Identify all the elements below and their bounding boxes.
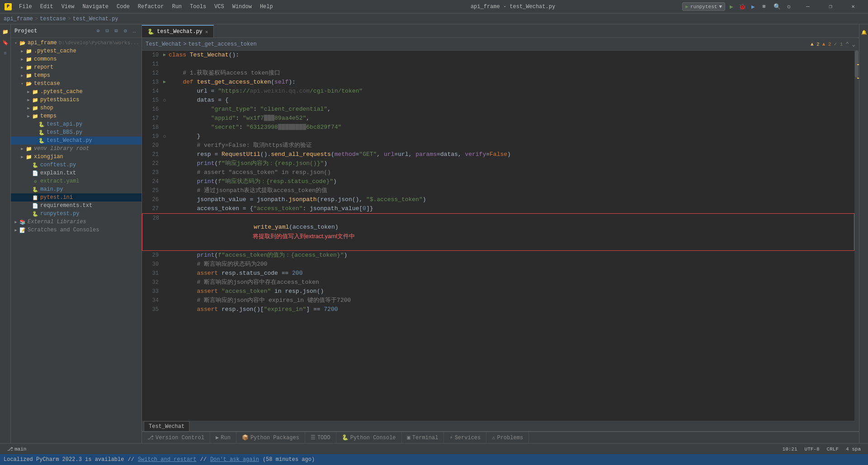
pkg-icon: 📦 [242, 434, 249, 441]
status-encoding[interactable]: UTF-8 [801, 444, 823, 455]
debug-button[interactable]: 🐞 [738, 2, 747, 11]
sidebar-item-pytest-cache[interactable]: ▶ 📁 .pytest_cache [11, 47, 142, 55]
editor-scrollbar[interactable] [854, 51, 859, 421]
breadcrumb-part2[interactable]: testcase [40, 16, 66, 22]
console-icon: 🐍 [342, 434, 349, 441]
sidebar-more-btn[interactable]: … [131, 28, 138, 35]
bottom-tab-run[interactable]: ▶ Run [210, 432, 236, 444]
activity-bar: 📁 🔖 ≡ [0, 24, 11, 443]
terminal-icon: ▣ [407, 434, 410, 441]
sidebar-gear-icon[interactable]: ⚙ [122, 28, 129, 35]
bottom-tab-python-packages[interactable]: 📦 Python Packages [236, 432, 305, 444]
sidebar-item-runpytest[interactable]: ▶ 🐍 runpytest.py [11, 210, 142, 218]
collapse-icon[interactable]: ⌄ [852, 41, 855, 48]
sidebar-item-pytestini[interactable]: ▶ 📋 pytest.ini [11, 193, 142, 202]
menu-window[interactable]: Window [229, 3, 255, 11]
breadcrumb-part1[interactable]: api_frame [4, 16, 33, 22]
sidebar-item-extract[interactable]: ▶ ⚙ extract.yaml [11, 177, 142, 185]
line-code-26: jsonpath_value = jsonpath.jsonpath(resp.… [167, 195, 854, 204]
sidebar-item-requirements[interactable]: ▶ 📄 requirements.txt [11, 202, 142, 210]
ext-lib-icon: 📚 [19, 218, 26, 225]
menu-edit[interactable]: Edit [37, 3, 57, 11]
breadcrumb-part3[interactable]: test_Wechat.py [73, 16, 118, 22]
bottom-tab-python-console[interactable]: 🐍 Python Console [336, 432, 402, 444]
menu-navigate[interactable]: Navigate [79, 3, 112, 11]
sidebar-item-commons[interactable]: ▶ 📁 commons [11, 55, 142, 63]
sidebar-item-scratches[interactable]: ▶ 📝 Scratches and Consoles [11, 226, 142, 234]
breadcrumb-sep2: > [68, 16, 71, 22]
bottom-tab-problems[interactable]: ⚠ Problems [486, 432, 529, 444]
sidebar-item-shop[interactable]: ▶ 📁 shop [11, 104, 142, 112]
menu-run[interactable]: Run [168, 3, 185, 11]
line-num-22: 22 [142, 159, 162, 168]
tree-root[interactable]: ▾ 📂 api_frame D:\develop\PyCharm\works..… [11, 39, 142, 47]
sidebar-item-explain[interactable]: ▶ 📄 explain.txt [11, 169, 142, 177]
menu-tools[interactable]: Tools [186, 3, 210, 11]
editor-method-path: test_get_access_token [188, 41, 256, 47]
bottom-tab-services[interactable]: ⚡ Services [444, 432, 486, 444]
status-git[interactable]: ⎇ main [4, 444, 30, 455]
sidebar-item-ext-libraries[interactable]: ▶ 📚 External Libraries [11, 218, 142, 226]
tab-close-btn[interactable]: ✕ [205, 29, 208, 35]
expand-icon[interactable]: ⌃ [845, 41, 849, 48]
search-everywhere-btn[interactable]: 🔍 [772, 2, 782, 12]
run-config-selector[interactable]: ▶ runpytest ▼ [682, 2, 725, 11]
line-debug-19 [162, 132, 167, 141]
explain-icon: 📄 [32, 169, 39, 177]
line-code-27: access_token = {"access_token": jsonpath… [167, 204, 854, 213]
notification-link1[interactable]: Switch and restart [138, 456, 197, 463]
line-debug-17 [162, 114, 167, 123]
todo-label: TODO [317, 435, 330, 441]
status-line-sep[interactable]: CRLF [823, 444, 842, 455]
menu-file[interactable]: File [15, 3, 36, 11]
sidebar-item-report[interactable]: ▶ 📁 report [11, 63, 142, 71]
test-tab-wechat[interactable]: Test_Wechat [144, 421, 189, 431]
bottom-tab-terminal[interactable]: ▣ Terminal [402, 432, 444, 444]
menu-help[interactable]: Help [256, 3, 277, 11]
menu-code[interactable]: Code [113, 3, 133, 11]
sidebar-item-test-wechat[interactable]: ▶ 🐍 test_Wechat.py [11, 136, 142, 145]
minimize-button[interactable]: — [797, 0, 818, 14]
maximize-button[interactable]: ❐ [820, 0, 841, 14]
menu-view[interactable]: View [58, 3, 78, 11]
activity-project-icon[interactable]: 📁 [1, 27, 10, 36]
activity-bookmark-icon[interactable]: 🔖 [1, 38, 10, 47]
menu-vcs[interactable]: VCS [211, 3, 228, 11]
sidebar-item-test-bbs[interactable]: ▶ 🐍 test_BBS.py [11, 128, 142, 136]
sidebar-item-venv[interactable]: ▶ 📁 venv library root [11, 145, 142, 153]
settings-btn[interactable]: ⚙ [784, 2, 794, 12]
sidebar-item-pytestbasics[interactable]: ▶ 📁 pytestbasics [11, 96, 142, 104]
services-icon: ⚡ [449, 434, 453, 441]
temps-arrow: ▶ [19, 72, 25, 79]
sidebar-expand-btn[interactable]: ⊞ [113, 28, 120, 35]
sidebar-locate-btn[interactable]: ⊕ [94, 28, 102, 35]
run-button[interactable]: ▶ [727, 2, 736, 11]
status-line-col[interactable]: 10:21 [779, 444, 801, 455]
temps2-label: temps [40, 113, 57, 119]
stop-button[interactable]: ■ [760, 2, 769, 11]
sidebar-collapse-btn[interactable]: ⊟ [104, 28, 111, 35]
breadcrumb-sep1: > [35, 16, 38, 22]
activity-structure-icon[interactable]: ≡ [1, 49, 10, 58]
notification-link2[interactable]: Don't ask again [210, 456, 259, 463]
sidebar-item-xiongjian[interactable]: ▶ 📁 xiongjian [11, 153, 142, 161]
editor-tab-test-wechat[interactable]: 🐍 test_Wechat.py ✕ [142, 25, 214, 38]
sidebar-item-conftest[interactable]: ▶ 🐍 conftest.py [11, 161, 142, 169]
notifications-icon[interactable]: 🔔 [859, 28, 868, 37]
sidebar-item-testcase[interactable]: ▾ 📂 testcase [11, 80, 142, 88]
sidebar-item-temps2[interactable]: ▶ 📁 temps [11, 112, 142, 120]
status-indent[interactable]: 4 spa [842, 444, 864, 455]
bottom-tab-todo[interactable]: ☰ TODO [305, 432, 336, 444]
sidebar-item-temps[interactable]: ▶ 📁 temps [11, 71, 142, 80]
bottom-tab-version-control[interactable]: ⎇ Version Control [142, 432, 210, 444]
sidebar-item-main[interactable]: ▶ 🐍 main.py [11, 185, 142, 193]
sidebar-item-test-api[interactable]: ▶ 🐍 test_api.py [11, 120, 142, 128]
sidebar-item-pytest-cache2[interactable]: ▶ 📁 .pytest_cache [11, 88, 142, 96]
line-num-25: 25 [142, 186, 162, 195]
run-coverage-button[interactable]: ▶ [749, 2, 758, 11]
line-code-18: "secret": "63123998████████6bc829f74" [167, 123, 854, 132]
code-view[interactable]: 10 ▶ class Test_Wechat(): 11 12 [142, 51, 854, 421]
close-button[interactable]: ✕ [843, 0, 863, 14]
line-debug-11 [162, 60, 167, 69]
menu-refactor[interactable]: Refactor [134, 3, 168, 11]
